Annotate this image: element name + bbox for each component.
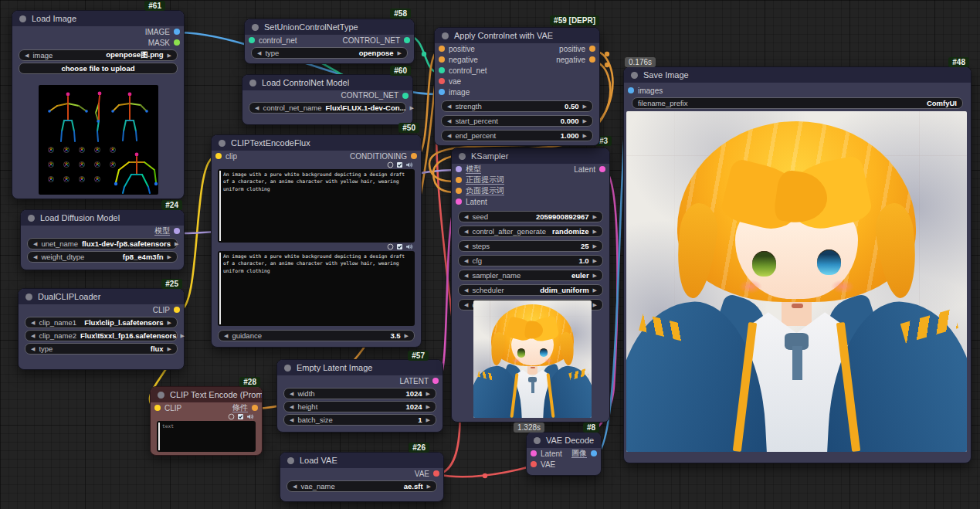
node-dual-clip-loader[interactable]: #25 DualCLIPLoader CLIP ◀clip_name1Flux\… — [18, 288, 185, 370]
input-control-net[interactable]: control_net — [249, 36, 297, 45]
node-vae-decode[interactable]: 1.328s #8 VAE Decode Latent 圖像 VAE — [526, 432, 602, 476]
stepper-right-icon[interactable]: ▶ — [398, 50, 402, 56]
stepper-left-icon[interactable]: ◀ — [224, 333, 228, 339]
stepper-right-icon[interactable]: ▶ — [409, 105, 413, 111]
stepper-right-icon[interactable]: ▶ — [426, 391, 430, 397]
stepper-left-icon[interactable]: ◀ — [464, 258, 468, 264]
input-image[interactable]: image — [439, 88, 470, 97]
widget-seed[interactable]: ◀seed2059900892967▶ — [458, 211, 603, 222]
node-clip-text-encode-prompt[interactable]: #28 CLIP Text Encode (Prompt) CLIP 條件 te… — [150, 386, 263, 456]
output-dot[interactable] — [433, 470, 439, 477]
node-titlebar[interactable]: Load ControlNet Model — [242, 75, 412, 90]
input-images[interactable]: images — [628, 87, 663, 95]
node-titlebar[interactable]: KSampler — [452, 148, 609, 164]
collapse-dot-icon[interactable] — [631, 72, 638, 79]
input-positive[interactable]: 正面提示词 — [456, 175, 504, 185]
widget-width[interactable]: ◀width1024▶ — [283, 388, 436, 399]
stepper-right-icon[interactable]: ▶ — [593, 243, 597, 249]
input-dot[interactable] — [154, 405, 161, 411]
node-ksampler[interactable]: #3 KSampler 模型 Latent 正面提示词 负面提示词 Latent… — [451, 148, 610, 422]
stepper-right-icon[interactable]: ▶ — [593, 258, 597, 264]
input-vae[interactable]: vae — [439, 77, 461, 86]
node-titlebar[interactable]: DualCLIPLoader — [19, 289, 184, 304]
stepper-right-icon[interactable]: ▶ — [593, 302, 597, 308]
node-titlebar[interactable]: Apply Controlnet with VAE — [435, 28, 599, 43]
collapse-dot-icon[interactable] — [287, 457, 294, 464]
input-negative[interactable]: negative — [439, 56, 478, 64]
collapse-dot-icon[interactable] — [252, 24, 259, 31]
output-image[interactable]: 圖像 — [571, 448, 597, 459]
stepper-right-icon[interactable]: ▶ — [168, 254, 171, 260]
stepper-left-icon[interactable]: ◀ — [257, 50, 261, 56]
checkbox-icon[interactable] — [396, 243, 403, 250]
prompt-textarea[interactable]: text — [157, 421, 256, 452]
stepper-right-icon[interactable]: ▶ — [168, 320, 171, 326]
input-dot[interactable] — [439, 89, 445, 95]
circle-toggle-icon[interactable] — [387, 161, 394, 168]
output-dot[interactable] — [404, 37, 410, 43]
stepper-left-icon[interactable]: ◀ — [255, 105, 259, 111]
stepper-right-icon[interactable]: ▶ — [181, 333, 185, 339]
output-mask[interactable]: MASK — [148, 39, 180, 47]
widget-batch-size[interactable]: ◀batch_size1▶ — [283, 414, 436, 426]
stepper-left-icon[interactable]: ◀ — [464, 229, 468, 235]
output-dot[interactable] — [411, 153, 417, 159]
output-dot[interactable] — [432, 378, 439, 384]
input-model[interactable]: 模型 — [456, 164, 481, 175]
output-conditioning[interactable]: 條件 — [232, 402, 258, 413]
input-negative[interactable]: 负面提示词 — [456, 185, 504, 196]
output-latent[interactable]: Latent — [574, 165, 605, 174]
node-titlebar[interactable]: Save Image — [624, 67, 971, 83]
circle-toggle-icon[interactable] — [228, 413, 235, 420]
stepper-left-icon[interactable]: ◀ — [31, 333, 35, 339]
output-dot[interactable] — [589, 56, 595, 63]
stepper-left-icon[interactable]: ◀ — [33, 241, 37, 247]
input-dot[interactable] — [456, 166, 462, 172]
collapse-dot-icon[interactable] — [442, 32, 449, 39]
output-positive[interactable]: positive — [559, 45, 595, 53]
stepper-left-icon[interactable]: ◀ — [447, 133, 451, 139]
collapse-dot-icon[interactable] — [158, 392, 164, 399]
output-vae[interactable]: VAE — [415, 470, 439, 478]
output-clip[interactable]: CLIP — [153, 306, 180, 314]
input-clip[interactable]: CLIP — [154, 404, 181, 412]
widget-start-percent[interactable]: ◀start_percent0.000▶ — [441, 115, 593, 127]
input-dot[interactable] — [456, 199, 462, 205]
stepper-left-icon[interactable]: ◀ — [464, 214, 468, 220]
stepper-left-icon[interactable]: ◀ — [464, 273, 468, 279]
stepper-left-icon[interactable]: ◀ — [464, 302, 468, 308]
upload-button[interactable]: choose file to upload — [19, 63, 178, 74]
input-vae[interactable]: VAE — [531, 460, 555, 469]
widget-height[interactable]: ◀height1024▶ — [283, 401, 436, 412]
widget-control-after-generate[interactable]: ◀control_after_generaterandomize▶ — [458, 226, 603, 237]
widget-strength[interactable]: ◀strength0.50▶ — [441, 100, 593, 112]
output-dot[interactable] — [174, 228, 180, 234]
node-load-image[interactable]: #61 Load Image IMAGE MASK ◀imageopenpose… — [12, 10, 185, 199]
widget-steps[interactable]: ◀steps25▶ — [458, 240, 603, 252]
output-control-net[interactable]: CONTROL_NET — [341, 91, 409, 100]
widget-end-percent[interactable]: ◀end_percent1.000▶ — [441, 130, 593, 141]
stepper-right-icon[interactable]: ▶ — [583, 133, 587, 139]
collapse-dot-icon[interactable] — [219, 140, 226, 147]
collapse-dot-icon[interactable] — [284, 365, 291, 372]
collapse-dot-icon[interactable] — [19, 15, 26, 22]
input-dot[interactable] — [249, 37, 255, 43]
output-control-net[interactable]: CONTROL_NET — [343, 36, 410, 45]
stepper-right-icon[interactable]: ▶ — [593, 229, 597, 235]
widget-control-net-name[interactable]: ◀control_net_nameFlux\FLUX.1-dev-Con...▶ — [249, 102, 406, 114]
node-titlebar[interactable]: VAE Decode — [527, 433, 601, 448]
stepper-left-icon[interactable]: ◀ — [447, 118, 451, 124]
input-dot[interactable] — [215, 153, 222, 159]
stepper-right-icon[interactable]: ▶ — [593, 273, 597, 279]
node-titlebar[interactable]: SetUnionControlNetType — [245, 19, 414, 35]
input-dot[interactable] — [439, 46, 445, 52]
input-dot[interactable] — [439, 56, 445, 63]
stepper-left-icon[interactable]: ◀ — [290, 391, 293, 397]
checkbox-icon[interactable] — [237, 413, 244, 420]
input-dot[interactable] — [439, 78, 445, 84]
stepper-left-icon[interactable]: ◀ — [447, 103, 451, 110]
input-dot[interactable] — [531, 450, 537, 456]
node-load-diffusion-model[interactable]: #24 Load Diffusion Model 模型 ◀unet_namefl… — [20, 209, 185, 270]
stepper-right-icon[interactable]: ▶ — [168, 53, 171, 59]
node-titlebar[interactable]: Load Image — [12, 11, 184, 26]
